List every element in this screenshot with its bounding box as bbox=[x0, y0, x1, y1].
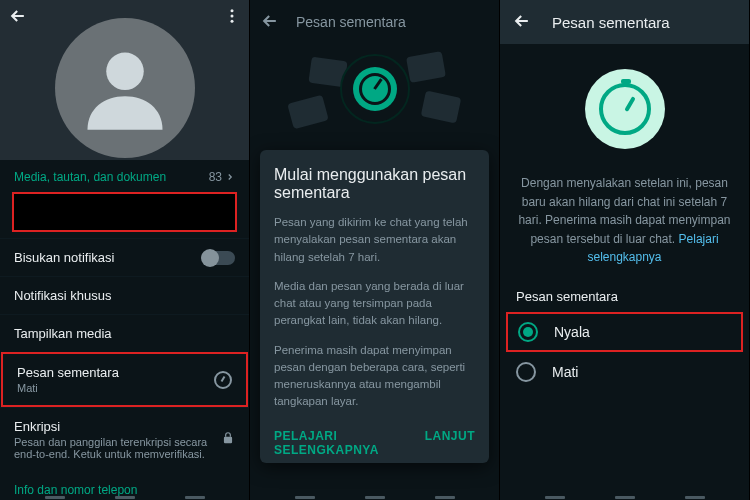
avatar[interactable] bbox=[55, 18, 195, 158]
mute-notifications[interactable]: Bisukan notifikasi bbox=[0, 238, 249, 276]
disappearing-intro-screen: Pesan sementara Mulai menggunakan pesan … bbox=[250, 0, 500, 500]
timer-icon bbox=[353, 67, 397, 111]
back-icon[interactable] bbox=[512, 11, 532, 34]
back-icon[interactable] bbox=[260, 11, 280, 34]
nav-bar bbox=[250, 496, 499, 500]
media-links-docs[interactable]: Media, tautan, dan dokumen 83 bbox=[0, 160, 249, 188]
timer-icon bbox=[214, 371, 232, 389]
continue-button[interactable]: LANJUT bbox=[425, 429, 475, 457]
message-icon bbox=[421, 91, 462, 124]
encryption-row[interactable]: Enkripsi Pesan dan panggilan terenkripsi… bbox=[0, 407, 249, 471]
section-label: Pesan sementara bbox=[500, 283, 749, 312]
message-icon bbox=[287, 95, 329, 129]
disappearing-messages-row[interactable]: Pesan sementara Mati bbox=[1, 352, 248, 407]
illustration bbox=[500, 44, 749, 174]
screen-header: Pesan sementara bbox=[250, 0, 499, 44]
custom-notifications[interactable]: Notifikasi khusus bbox=[0, 276, 249, 314]
media-preview-box[interactable] bbox=[12, 192, 237, 232]
option-on[interactable]: Nyala bbox=[506, 312, 743, 352]
contact-header bbox=[0, 0, 249, 160]
media-label: Media, tautan, dan dokumen bbox=[14, 170, 166, 184]
more-icon[interactable] bbox=[223, 7, 241, 29]
nav-bar bbox=[0, 496, 249, 500]
svg-rect-4 bbox=[224, 437, 232, 443]
modal-paragraph: Pesan yang dikirim ke chat yang telah me… bbox=[274, 214, 475, 266]
svg-point-3 bbox=[106, 53, 144, 90]
modal-title: Mulai menggunakan pesan sementara bbox=[274, 166, 475, 202]
contact-info-screen: Media, tautan, dan dokumen 83 Bisukan no… bbox=[0, 0, 250, 500]
header-title: Pesan sementara bbox=[296, 14, 406, 30]
learn-more-button[interactable]: PELAJARI SELENGKAPNYA bbox=[274, 429, 405, 457]
message-icon bbox=[406, 51, 446, 83]
svg-point-1 bbox=[231, 15, 234, 18]
svg-point-2 bbox=[231, 20, 234, 23]
illustration bbox=[250, 44, 499, 144]
option-off[interactable]: Mati bbox=[500, 352, 749, 392]
toggle-icon[interactable] bbox=[205, 251, 235, 265]
timer-icon bbox=[599, 83, 651, 135]
description: Dengan menyalakan setelan ini, pesan bar… bbox=[500, 174, 749, 283]
svg-point-0 bbox=[231, 9, 234, 12]
radio-selected-icon bbox=[518, 322, 538, 342]
nav-bar bbox=[500, 496, 749, 500]
modal-paragraph: Penerima masih dapat menyimpan pesan den… bbox=[274, 342, 475, 411]
media-count: 83 bbox=[209, 170, 235, 184]
header-title: Pesan sementara bbox=[552, 14, 670, 31]
intro-modal: Mulai menggunakan pesan sementara Pesan … bbox=[260, 150, 489, 463]
back-icon[interactable] bbox=[8, 6, 28, 30]
screen-header: Pesan sementara bbox=[500, 0, 749, 44]
modal-paragraph: Media dan pesan yang berada di luar chat… bbox=[274, 278, 475, 330]
radio-unselected-icon bbox=[516, 362, 536, 382]
lock-icon bbox=[221, 431, 235, 448]
show-media[interactable]: Tampilkan media bbox=[0, 314, 249, 352]
disappearing-settings-screen: Pesan sementara Dengan menyalakan setela… bbox=[500, 0, 750, 500]
